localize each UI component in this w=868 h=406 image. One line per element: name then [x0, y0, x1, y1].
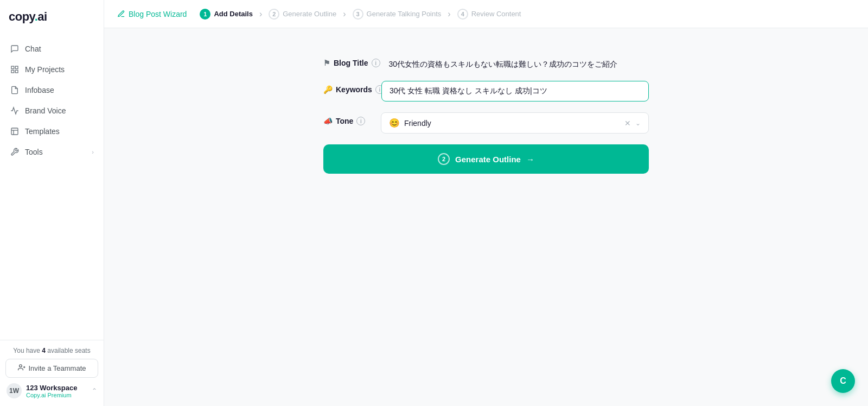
sidebar-item-my-projects[interactable]: My Projects	[4, 60, 99, 79]
step-3-label: Generate Talking Points	[367, 10, 442, 18]
main-content: Blog Post Wizard 1 Add Details › 2 Gener…	[104, 0, 868, 406]
sidebar-item-label-brand-voice: Brand Voice	[25, 106, 66, 115]
fab-button[interactable]: C	[831, 369, 855, 393]
wizard-icon	[117, 10, 125, 18]
logo-area: copy.ai	[0, 0, 104, 33]
tone-clear-icon[interactable]: ✕	[624, 119, 631, 128]
workspace-info: 123 Workspace Copy.ai Premium	[26, 384, 87, 398]
sidebar-item-label-templates: Templates	[25, 127, 60, 136]
flag-icon: ⚑	[323, 59, 330, 67]
svg-rect-2	[15, 70, 18, 73]
keywords-input[interactable]	[381, 81, 649, 101]
step-4-label: Review Content	[471, 10, 521, 18]
megaphone-icon: 📣	[323, 117, 333, 125]
workspace-name: 123 Workspace	[26, 384, 87, 392]
workspace-selector[interactable]: 1W 123 Workspace Copy.ai Premium ⌃	[5, 378, 98, 399]
step-divider-3: ›	[448, 9, 450, 19]
step-2: 2 Generate Outline	[264, 9, 341, 20]
tone-left: 😊 Friendly	[389, 118, 431, 128]
invite-icon	[18, 364, 25, 373]
steps-row: 1 Add Details › 2 Generate Outline › 3 G…	[195, 9, 525, 20]
blog-title-label: ⚑ Blog Title i	[323, 54, 380, 67]
sidebar-item-label-infobase: Infobase	[25, 86, 54, 94]
chat-icon	[10, 44, 20, 54]
projects-icon	[10, 65, 20, 74]
sidebar-bottom: You have 4 available seats Invite a Team…	[0, 340, 104, 406]
workspace-chevron-icon: ⌃	[92, 387, 97, 395]
step-divider-2: ›	[343, 9, 346, 19]
step-4: 4 Review Content	[453, 9, 526, 20]
form-area: ⚑ Blog Title i 30代女性の資格もスキルもない転職は難しい？成功の…	[104, 28, 868, 406]
tone-row: 📣 Tone i 😊 Friendly ✕ ⌄	[323, 112, 649, 134]
infobase-icon	[10, 85, 20, 95]
keywords-label: 🔑 Keywords i	[323, 81, 373, 94]
sidebar: copy.ai Chat My Projects Infobase	[0, 0, 104, 406]
svg-rect-4	[11, 128, 18, 135]
generate-icon: 2	[438, 153, 450, 165]
tone-right: ✕ ⌄	[624, 119, 641, 128]
sidebar-nav: Chat My Projects Infobase Brand Voice	[0, 33, 104, 340]
logo: copy.ai	[9, 10, 47, 23]
blog-title-row: ⚑ Blog Title i 30代女性の資格もスキルもない転職は難しい？成功の…	[323, 54, 649, 70]
step-3: 3 Generate Talking Points	[348, 9, 446, 20]
tone-emoji: 😊	[389, 118, 400, 128]
tools-icon	[10, 147, 20, 157]
wizard-label[interactable]: Blog Post Wizard	[117, 10, 187, 18]
topbar: Blog Post Wizard 1 Add Details › 2 Gener…	[104, 0, 868, 28]
templates-icon	[10, 126, 20, 136]
sidebar-item-templates[interactable]: Templates	[4, 122, 99, 141]
svg-rect-1	[15, 66, 18, 69]
generate-arrow-icon: →	[526, 155, 534, 164]
svg-point-7	[19, 365, 22, 367]
tone-select[interactable]: 😊 Friendly ✕ ⌄	[381, 112, 649, 134]
generate-btn-label: Generate Outline	[455, 155, 521, 164]
invite-button-label: Invite a Teammate	[29, 364, 86, 372]
fab-label: C	[840, 376, 846, 386]
step-3-num: 3	[353, 9, 363, 20]
sidebar-item-tools[interactable]: Tools ›	[4, 142, 99, 162]
step-4-num: 4	[457, 9, 468, 20]
workspace-avatar: 1W	[7, 383, 22, 398]
wizard-title: Blog Post Wizard	[129, 10, 187, 18]
step-divider-1: ›	[259, 9, 262, 19]
seats-text: You have 4 available seats	[5, 347, 98, 354]
step-1: 1 Add Details	[195, 9, 257, 20]
workspace-plan: Copy.ai Premium	[26, 392, 87, 398]
tools-arrow-icon: ›	[92, 149, 94, 155]
tone-info-icon[interactable]: i	[356, 117, 365, 125]
generate-outline-button[interactable]: 2 Generate Outline →	[323, 144, 649, 174]
step-1-num: 1	[200, 9, 210, 20]
tone-label: 📣 Tone i	[323, 112, 372, 125]
sidebar-item-label-chat: Chat	[25, 45, 41, 53]
tone-value: Friendly	[404, 119, 431, 128]
step-2-label: Generate Outline	[283, 10, 336, 18]
blog-title-value: 30代女性の資格もスキルもない転職は難しい？成功のコツをご紹介	[389, 54, 649, 70]
sidebar-item-chat[interactable]: Chat	[4, 39, 99, 59]
keywords-row: 🔑 Keywords i	[323, 81, 649, 101]
blog-title-info-icon[interactable]: i	[372, 59, 380, 67]
invite-teammate-button[interactable]: Invite a Teammate	[5, 359, 98, 378]
brand-voice-icon	[10, 106, 20, 116]
key-icon: 🔑	[323, 85, 333, 94]
step-1-label: Add Details	[214, 10, 253, 18]
sidebar-item-infobase[interactable]: Infobase	[4, 80, 99, 100]
step-2-num: 2	[269, 9, 279, 20]
sidebar-item-label-projects: My Projects	[25, 65, 65, 74]
form-card: ⚑ Blog Title i 30代女性の資格もスキルもない転職は難しい？成功の…	[323, 54, 649, 174]
sidebar-item-brand-voice[interactable]: Brand Voice	[4, 101, 99, 120]
svg-rect-0	[11, 66, 14, 69]
tone-chevron-icon: ⌄	[635, 119, 641, 127]
sidebar-item-label-tools: Tools	[25, 148, 43, 156]
svg-rect-3	[11, 70, 14, 73]
